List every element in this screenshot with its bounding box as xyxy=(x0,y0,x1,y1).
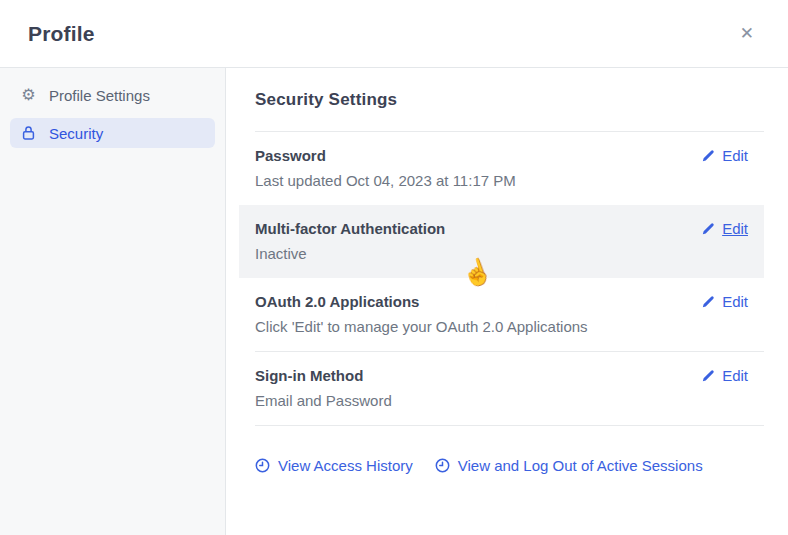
divider xyxy=(255,425,764,426)
edit-signin-method-button[interactable]: Edit xyxy=(701,365,748,387)
sidebar-item-security[interactable]: Security xyxy=(10,118,215,148)
pencil-icon xyxy=(701,149,715,163)
setting-title: Sign-in Method xyxy=(255,365,392,387)
profile-modal: Profile ✕ ⚙ Profile Settings Security Se… xyxy=(0,0,788,535)
setting-subtitle: Last updated Oct 04, 2023 at 11:17 PM xyxy=(255,170,516,192)
setting-subtitle: Email and Password xyxy=(255,390,392,412)
settings-list: Password Last updated Oct 04, 2023 at 11… xyxy=(239,131,764,426)
clock-icon xyxy=(435,458,450,473)
sidebar-item-label: Profile Settings xyxy=(49,87,150,104)
sidebar: ⚙ Profile Settings Security xyxy=(0,68,226,535)
edit-password-button[interactable]: Edit xyxy=(701,145,748,167)
setting-row-mfa: Multi-factor Authentication Inactive Edi… xyxy=(239,205,764,278)
modal-header: Profile ✕ xyxy=(0,0,788,68)
footer-links: View Access History View and Log Out of … xyxy=(255,457,764,474)
edit-oauth-button[interactable]: Edit xyxy=(701,291,748,313)
setting-row-password: Password Last updated Oct 04, 2023 at 11… xyxy=(239,132,764,205)
edit-label: Edit xyxy=(722,218,748,240)
setting-title: Multi-factor Authentication xyxy=(255,218,445,240)
edit-label: Edit xyxy=(722,145,748,167)
edit-label: Edit xyxy=(722,365,748,387)
edit-label: Edit xyxy=(722,291,748,313)
security-settings-panel: Security Settings Password Last updated … xyxy=(226,68,788,535)
view-active-sessions-link[interactable]: View and Log Out of Active Sessions xyxy=(435,457,703,474)
setting-title: Password xyxy=(255,145,516,167)
clock-icon xyxy=(255,458,270,473)
page-title: Profile xyxy=(28,22,95,46)
edit-mfa-button[interactable]: Edit xyxy=(701,218,748,240)
setting-subtitle: Inactive xyxy=(255,243,445,265)
sidebar-item-profile-settings[interactable]: ⚙ Profile Settings xyxy=(10,80,215,110)
pencil-icon xyxy=(701,295,715,309)
link-label: View Access History xyxy=(278,457,413,474)
gear-icon: ⚙ xyxy=(20,87,37,103)
pencil-icon xyxy=(701,369,715,383)
setting-title: OAuth 2.0 Applications xyxy=(255,291,588,313)
section-heading: Security Settings xyxy=(255,90,764,110)
sidebar-item-label: Security xyxy=(49,125,103,142)
lock-icon xyxy=(20,125,37,141)
link-label: View and Log Out of Active Sessions xyxy=(458,457,703,474)
close-icon[interactable]: ✕ xyxy=(736,21,758,46)
pencil-icon xyxy=(701,222,715,236)
setting-subtitle: Click 'Edit' to manage your OAuth 2.0 Ap… xyxy=(255,316,588,338)
setting-row-oauth: OAuth 2.0 Applications Click 'Edit' to m… xyxy=(239,278,764,351)
view-access-history-link[interactable]: View Access History xyxy=(255,457,413,474)
setting-row-signin-method: Sign-in Method Email and Password Edit xyxy=(239,352,764,425)
